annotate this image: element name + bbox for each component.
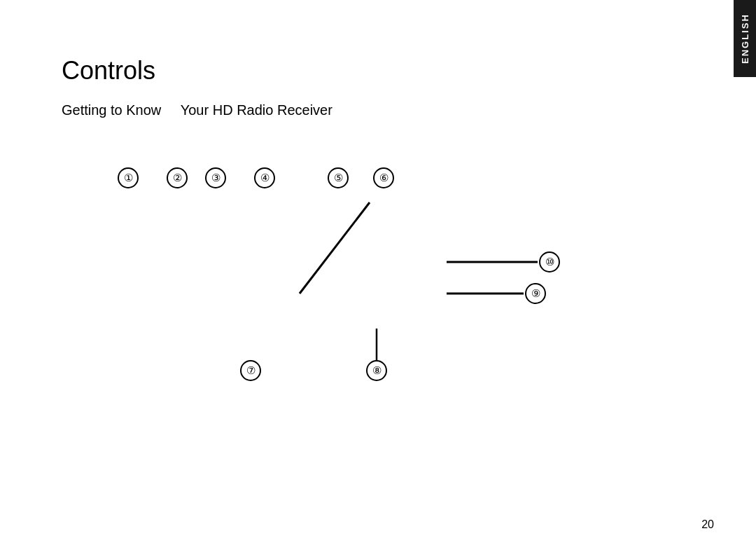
diagram: ① ② ③ ④ ⑤ ⑥ ⑩ ⑨ ⑦ ⑧ [104, 146, 594, 413]
label-2: ② [167, 167, 188, 188]
page-title: Controls [62, 56, 714, 85]
label-1: ① [118, 167, 139, 188]
svg-line-0 [300, 202, 370, 294]
subtitle: Getting to Know Your HD Radio Receiver [62, 102, 714, 118]
label-9: ⑨ [525, 283, 546, 304]
label-10: ⑩ [539, 251, 560, 272]
main-content: Controls Getting to Know Your HD Radio R… [62, 56, 714, 517]
label-5: ⑤ [328, 167, 349, 188]
english-tab: ENGLISH [734, 0, 756, 77]
label-4: ④ [254, 167, 275, 188]
label-7: ⑦ [240, 360, 261, 381]
page-number: 20 [701, 518, 714, 531]
subtitle-part1: Getting to Know [62, 102, 161, 118]
label-3: ③ [205, 167, 226, 188]
label-6: ⑥ [373, 167, 394, 188]
subtitle-part2: Your HD Radio Receiver [181, 102, 332, 118]
label-8: ⑧ [366, 360, 387, 381]
